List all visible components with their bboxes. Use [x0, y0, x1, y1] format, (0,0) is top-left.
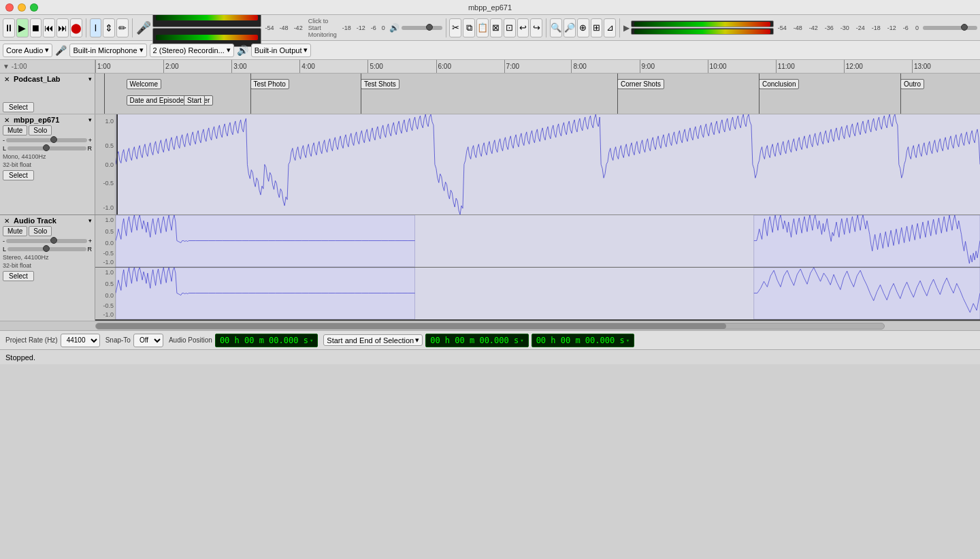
volume-slider[interactable] — [402, 26, 442, 30]
close-button[interactable] — [5, 3, 14, 12]
zoom-fit-button[interactable]: ⊕ — [577, 18, 589, 37]
ruler-minus: ▼ -1:00 — [3, 63, 27, 70]
label-track-close[interactable]: ✕ — [3, 75, 11, 83]
horizontal-scrollbar[interactable] — [0, 321, 980, 330]
label-track-dropdown[interactable]: ▾ — [88, 76, 92, 82]
tick-12: 13:00 — [912, 60, 931, 73]
play-icon: ▶ — [623, 23, 630, 33]
track2-bottom-body[interactable] — [116, 268, 980, 319]
track1-gain-slider[interactable] — [6, 138, 87, 142]
audio-position-time[interactable]: 00 h 00 m 00.000 s ▾ — [215, 334, 318, 347]
track1-mute-button[interactable]: Mute — [3, 125, 27, 135]
minimize-button[interactable] — [18, 3, 26, 12]
track1-gain-row: - + — [3, 137, 92, 144]
output-volume-slider[interactable] — [923, 26, 977, 30]
zoom-sel-button[interactable]: ⊞ — [591, 18, 603, 37]
mic-select[interactable]: Built-in Microphone ▾ — [69, 44, 146, 57]
separator2 — [132, 18, 133, 37]
selection-end-time[interactable]: 00 h 00 m 00.000 s ▾ — [532, 334, 634, 347]
track2-close[interactable]: ✕ — [3, 217, 11, 225]
tick-3: 4:00 — [299, 60, 314, 73]
zoom-in-button[interactable]: 🔍 — [550, 18, 562, 37]
label-outro[interactable]: Outro — [900, 79, 924, 89]
redo-button[interactable]: ↪ — [530, 18, 542, 37]
selection-type-select[interactable]: Start and End of Selection ▾ — [323, 334, 423, 346]
y-1.0: 1.0 — [105, 118, 114, 125]
output-device-icon[interactable]: 🔊 — [237, 45, 248, 56]
selection-tool-button[interactable]: I — [90, 18, 102, 37]
silence-button[interactable]: ⊡ — [504, 18, 516, 37]
stopped-bar: Stopped. — [0, 349, 980, 364]
audio-host-select[interactable]: Core Audio ▾ — [3, 44, 52, 57]
track2-select-button[interactable]: Select — [3, 271, 34, 281]
label-test-shots[interactable]: Test Shots — [361, 79, 399, 89]
track1-waveform-area[interactable]: // This will be static SVG paths — [116, 114, 980, 214]
play-button[interactable]: ▶ — [16, 18, 29, 37]
label-conclusion[interactable]: Conclusion — [759, 79, 799, 89]
selection-start-time[interactable]: 00 h 00 m 00.000 s ▾ — [425, 334, 528, 347]
paste-button[interactable]: 📋 — [476, 18, 489, 37]
out-bar-l — [634, 22, 770, 27]
label-start[interactable]: Start — [184, 95, 205, 106]
scrollbar-track[interactable] — [95, 323, 885, 330]
label-track-header-top: ✕ Podcast_Lab ▾ — [3, 75, 92, 83]
skip-forward-button[interactable]: ⏭ — [56, 18, 69, 37]
channels-select[interactable]: 2 (Stereo) Recordin... ▾ — [150, 44, 234, 57]
stop-button[interactable]: ⏹ — [30, 18, 42, 37]
track2-pan-row: L R — [3, 246, 92, 253]
output-meter-r[interactable] — [631, 28, 774, 35]
label-track-content[interactable]: Welcome Test Photo Test Shots Corner Sho… — [95, 74, 980, 114]
output-select[interactable]: Built-in Output ▾ — [251, 44, 312, 57]
track2-dropdown[interactable]: ▾ — [88, 217, 92, 224]
label-corner-shots[interactable]: Corner Shots — [617, 79, 664, 89]
track2-mute-button[interactable]: Mute — [3, 226, 27, 236]
draw-tool-button[interactable]: ✏ — [116, 18, 129, 37]
mic-device-icon[interactable]: 🎤 — [55, 45, 67, 56]
copy-button[interactable]: ⧉ — [463, 18, 475, 37]
label-welcome[interactable]: Welcome — [127, 79, 162, 89]
track2-pan-thumb — [43, 245, 50, 252]
cut-button[interactable]: ✂ — [449, 18, 461, 37]
snap-to-select[interactable]: Off — [133, 334, 163, 347]
zoom-out-button[interactable]: 🔎 — [564, 18, 576, 37]
envelope-tool-button[interactable]: ⇕ — [103, 18, 115, 37]
track2-gain-slider[interactable] — [6, 239, 87, 243]
label-test-photo[interactable]: Test Photo — [250, 79, 289, 89]
track1-gain-thumb — [50, 136, 57, 143]
track2-top-body[interactable] — [116, 215, 980, 267]
track1-header-top: ✕ mbpp_ep671 ▾ — [3, 116, 92, 124]
pause-button[interactable]: ⏸ — [3, 18, 15, 37]
track1-waveform-svg: // This will be static SVG paths — [116, 114, 980, 214]
track2-pan-slider[interactable] — [7, 247, 86, 251]
skip-back-button[interactable]: ⏮ — [43, 18, 55, 37]
track1-pan-r: R — [88, 145, 93, 152]
track1-pan-slider[interactable] — [7, 146, 86, 150]
volume-thumb — [426, 24, 433, 31]
scrollbar-thumb[interactable] — [96, 323, 726, 329]
y3-neg0.5: -0.5 — [103, 302, 114, 309]
tick-0: 1:00 — [95, 60, 110, 73]
track2-mute-solo: Mute Solo — [3, 226, 92, 236]
zoom-toggle-button[interactable]: ⊿ — [604, 18, 616, 37]
selection-dropdown-wrapper: Start and End of Selection ▾ — [323, 334, 423, 346]
maximize-button[interactable] — [30, 3, 38, 12]
track2-channel-top: 1.0 0.5 0.0 -0.5 -1.0 — [95, 215, 980, 268]
track1-close[interactable]: ✕ — [3, 116, 11, 124]
track2-solo-button[interactable]: Solo — [29, 226, 52, 236]
audio-position-value: 00 h 00 m 00.000 s — [220, 336, 308, 345]
project-rate-select[interactable]: 44100 — [61, 334, 100, 347]
track1-select-button[interactable]: Select — [3, 170, 34, 180]
tick-5: 6:00 — [436, 60, 451, 73]
record-button[interactable]: ⬤ — [70, 18, 82, 37]
db-markers-input: -54 -48 -42 Click to Start Monitoring -1… — [263, 18, 388, 38]
track1-dropdown[interactable]: ▾ — [88, 116, 92, 123]
click-monitor[interactable]: Click to Start Monitoring — [308, 18, 337, 38]
label-select-button[interactable]: Select — [3, 102, 34, 112]
undo-button[interactable]: ↩ — [517, 18, 529, 37]
output-meter-l[interactable] — [631, 20, 774, 27]
track1-solo-button[interactable]: Solo — [29, 125, 52, 135]
db-54: -54 — [265, 25, 274, 31]
track2-gain-thumb — [50, 237, 57, 244]
label-pin-1 — [250, 74, 251, 114]
trim-button[interactable]: ⊠ — [490, 18, 502, 37]
